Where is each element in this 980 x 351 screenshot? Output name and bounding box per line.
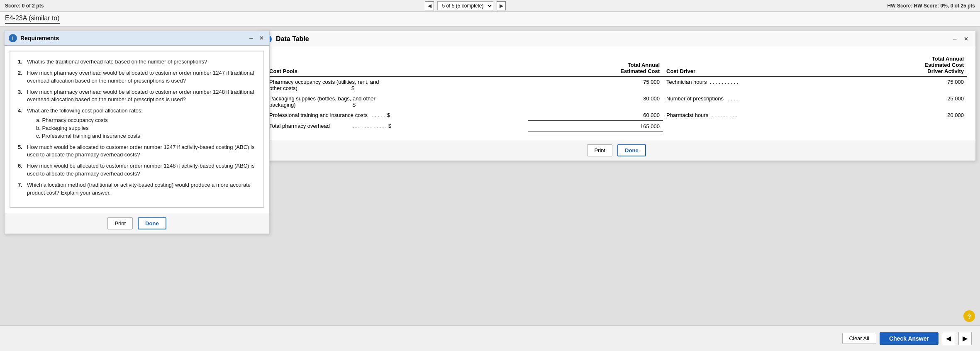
clear-all-btn[interactable]: Clear All <box>842 333 876 344</box>
bottom-prev-btn[interactable]: ◀ <box>942 332 955 345</box>
data-table-panel-footer: Print Done <box>258 140 975 161</box>
check-answer-btn[interactable]: Check Answer <box>880 332 939 345</box>
prev-question-btn[interactable]: ◀ <box>425 1 434 10</box>
score-left: Score: 0 of 2 pts <box>5 3 44 9</box>
requirements-title: Requirements <box>20 35 59 41</box>
nav-bar: E4-23A (similar to) <box>0 12 980 27</box>
main-area: i Requirements – × 1. What is the tradit… <box>0 27 980 351</box>
next-question-btn[interactable]: ▶ <box>497 1 506 10</box>
row1-driver-amount: 75,000 <box>849 76 967 93</box>
row4-description: Total pharmacy overhead . . . . . . . . … <box>266 121 528 132</box>
row2-amount: 30,000 <box>528 93 663 110</box>
row3-description: Professional training and insurance cost… <box>266 110 528 121</box>
requirements-done-btn[interactable]: Done <box>138 217 166 229</box>
col-driver-activity: Total AnnualEstimated CostDriver Activit… <box>849 54 967 76</box>
requirements-print-btn[interactable]: Print <box>107 217 133 229</box>
row3-amount: 60,000 <box>528 110 663 121</box>
requirements-minimize-btn[interactable]: – <box>248 34 255 42</box>
bottom-bar: Clear All Check Answer ◀ ▶ <box>0 325 980 351</box>
top-bar-right: HW Score: HW Score: 0%, 0 of 25 pts <box>887 3 975 9</box>
req-sub-b: b. Packaging supplies <box>36 124 143 132</box>
top-bar: Score: 0 of 2 pts ◀ 5 of 5 (5 complete) … <box>0 0 980 12</box>
row4-amount: 165,000 <box>528 121 663 132</box>
data-table-done-btn[interactable]: Done <box>617 144 646 156</box>
table-row: Packaging supplies (bottles, bags, and o… <box>266 93 967 110</box>
data-table-title: Data Table <box>276 35 309 43</box>
data-table-panel: i Data Table – × Cost Pools Total Annual… <box>257 31 976 161</box>
row1-cost-driver: Technician hours . . . . . . . . . . <box>663 76 849 93</box>
col-cost-pools: Cost Pools <box>266 54 528 76</box>
list-item: 2. How much pharmacy overhead would be a… <box>18 69 256 85</box>
hw-score-label: HW Score: HW Score: 0%, 0 of 25 pts <box>887 3 975 9</box>
bottom-right: Clear All Check Answer ◀ ▶ <box>842 332 972 345</box>
table-container: Cost Pools Total AnnualEstimated Cost Co… <box>258 47 975 140</box>
list-item: 1. What is the traditional overhead rate… <box>18 58 256 66</box>
table-row: Pharmacy occupancy costs (utilities, ren… <box>266 76 967 93</box>
data-table-minimize-btn[interactable]: – <box>951 35 958 43</box>
list-item: 3. How much pharmacy overhead would be a… <box>18 88 256 104</box>
row2-driver-amount: 25,000 <box>849 93 967 110</box>
data-table-print-btn[interactable]: Print <box>587 144 612 156</box>
top-bar-left: Score: 0 of 2 pts <box>5 3 44 9</box>
requirements-content: 1. What is the traditional overhead rate… <box>10 51 264 208</box>
table-row: Total pharmacy overhead . . . . . . . . … <box>266 121 967 132</box>
data-table-close-btn[interactable]: × <box>963 34 970 44</box>
row3-cost-driver: Pharmacist hours . . . . . . . . . <box>663 110 849 121</box>
requirements-list: 1. What is the traditional overhead rate… <box>18 58 256 197</box>
list-item: 4. What are the following cost pool allo… <box>18 107 256 140</box>
data-table-header: i Data Table – × <box>258 31 975 47</box>
row3-driver-amount: 20,000 <box>849 110 967 121</box>
help-button[interactable]: ? <box>963 310 975 322</box>
req-sub-a: a. Pharmacy occupancy costs <box>36 117 143 124</box>
list-item: 7. Which allocation method (traditional … <box>18 181 256 197</box>
requirements-panel-header: i Requirements – × <box>5 31 269 46</box>
row4-driver-amount <box>849 121 967 132</box>
question-selector[interactable]: 5 of 5 (5 complete) <box>437 1 493 10</box>
row2-description: Packaging supplies (bottles, bags, and o… <box>266 93 528 110</box>
table-header-row: Cost Pools Total AnnualEstimated Cost Co… <box>266 54 967 76</box>
row1-amount: 75,000 <box>528 76 663 93</box>
tab-label[interactable]: E4-23A (similar to) <box>5 15 60 24</box>
table-row: Professional training and insurance cost… <box>266 110 967 121</box>
requirements-panel-footer: Print Done <box>5 213 269 234</box>
requirements-close-btn[interactable]: × <box>258 34 265 43</box>
req-sub-c: c. Professional training and insurance c… <box>36 132 143 140</box>
requirements-panel: i Requirements – × 1. What is the tradit… <box>4 31 270 234</box>
row4-cost-driver <box>663 121 849 132</box>
row1-description: Pharmacy occupancy costs (utilities, ren… <box>266 76 528 93</box>
req-info-icon: i <box>9 34 17 42</box>
list-item: 5. How much would be allocated to custom… <box>18 144 256 159</box>
list-item: 6. How much would be allocated to custom… <box>18 162 256 178</box>
question-nav[interactable]: ◀ 5 of 5 (5 complete) ▶ <box>425 1 506 10</box>
col-cost-driver: Cost Driver <box>663 54 849 76</box>
data-table: Cost Pools Total AnnualEstimated Cost Co… <box>266 54 967 133</box>
bottom-next-btn[interactable]: ▶ <box>958 332 972 345</box>
col-total-annual-cost: Total AnnualEstimated Cost <box>528 54 663 76</box>
row2-cost-driver: Number of prescriptions . . . . <box>663 93 849 110</box>
